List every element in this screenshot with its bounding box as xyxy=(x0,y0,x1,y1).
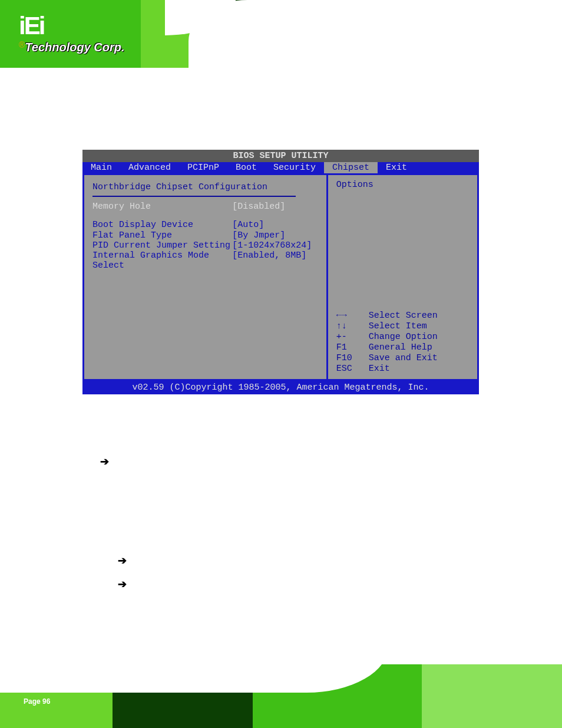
bottom-swoosh xyxy=(0,634,389,693)
bios-setting-row[interactable]: Flat Panel Type[By Jmper] xyxy=(92,230,318,241)
bios-tab-bar[interactable]: MainAdvancedPCIPnPBootSecurityChipsetExi… xyxy=(82,162,479,173)
bios-footer: v02.59 (C)Copyright 1985-2005, American … xyxy=(82,381,479,394)
bios-window: BIOS SETUP UTILITY MainAdvancedPCIPnPBoo… xyxy=(82,150,479,394)
bios-key-desc: General Help xyxy=(369,342,432,353)
bios-key-desc: Select Screen xyxy=(369,311,438,321)
bios-right-panel: Options ←→Select Screen↑↓Select Item+-Ch… xyxy=(328,175,477,379)
bios-key-desc: Exit xyxy=(369,364,390,374)
bios-key-desc: Change Option xyxy=(369,332,438,342)
arrow-icon: ➔ xyxy=(100,455,113,468)
spacer xyxy=(92,212,318,220)
option-default: (Default) xyxy=(167,556,199,566)
bios-setting-label: PID Current Jumper Setting xyxy=(92,241,232,251)
bios-key-hint: ←→Select Screen xyxy=(336,311,469,321)
bios-title: BIOS SETUP UTILITY xyxy=(82,150,479,162)
bios-setting-value: [Enabled, 8MB] xyxy=(232,251,306,271)
bios-setting-value: [1-1024x768x24] xyxy=(232,241,312,251)
top-decorative-banner: iEi ®Technology Corp. xyxy=(0,0,562,68)
bios-tab-boot[interactable]: Boot xyxy=(227,162,265,173)
bios-key: +- xyxy=(336,332,369,342)
bios-panel-heading: Northbridge Chipset Configuration xyxy=(92,180,296,197)
bios-setting-label: Memory Hole xyxy=(92,202,232,212)
bios-tab-chipset[interactable]: Chipset xyxy=(324,162,378,173)
bios-setting-row[interactable]: Boot Display Device[Auto] xyxy=(92,220,318,230)
bios-key-hint: +-Change Option xyxy=(336,332,469,342)
bios-key-desc: Save and Exit xyxy=(369,353,438,364)
bios-key-hint: F1General Help xyxy=(336,342,469,353)
bios-key-desc: Select Item xyxy=(369,321,427,332)
logo-mark: iEi xyxy=(19,12,44,39)
bios-setting-label: Boot Display Device xyxy=(92,220,232,230)
bios-key-hint: ↑↓Select Item xyxy=(336,321,469,332)
figure-caption: BIOS Menu 17: Northbridge Chipset Config… xyxy=(82,424,293,434)
page-number: Page 96 xyxy=(24,697,50,706)
option-desc: Memory is not reserved xyxy=(201,556,287,566)
bios-tab-main[interactable]: Main xyxy=(82,162,120,173)
bios-left-panel: Northbridge Chipset Configuration Memory… xyxy=(84,175,328,379)
option-name: Disabled xyxy=(133,556,165,566)
top-swoosh xyxy=(189,0,562,68)
bios-setting-row[interactable]: Memory Hole[Disabled] xyxy=(92,202,318,212)
bios-key: ESC xyxy=(336,364,369,374)
bios-setting-value: [Auto] xyxy=(232,220,264,230)
arrow-item-memory-hole: ➔ Memory Hole [Disabled] xyxy=(100,455,216,468)
logo-registered-mark: ® xyxy=(19,40,25,50)
bios-setting-value: [Disabled] xyxy=(232,202,285,212)
bios-body: Northbridge Chipset Configuration Memory… xyxy=(82,173,479,381)
bios-tab-security[interactable]: Security xyxy=(265,162,324,173)
bios-tab-pcipnp[interactable]: PCIPnP xyxy=(179,162,227,173)
bios-key: F10 xyxy=(336,353,369,364)
bios-tab-exit[interactable]: Exit xyxy=(378,162,415,173)
bios-key: ↑↓ xyxy=(336,321,369,332)
option-desc: 15 MB–16 MB of memory reserved for ISA e… xyxy=(181,580,399,589)
logo: iEi ®Technology Corp. xyxy=(19,12,125,54)
bios-keys-legend: ←→Select Screen↑↓Select Item+-Change Opt… xyxy=(336,311,469,374)
bios-setting-label: Internal Graphics Mode Select xyxy=(92,251,232,271)
logo-text: Technology Corp. xyxy=(25,41,124,54)
arrow-icon: ➔ xyxy=(118,578,131,591)
bios-key: ←→ xyxy=(336,311,369,321)
bios-key-hint: F10Save and Exit xyxy=(336,353,469,364)
bios-setting-label: Flat Panel Type xyxy=(92,230,232,241)
bios-key-hint: ESCExit xyxy=(336,364,469,374)
bios-setting-row[interactable]: PID Current Jumper Setting[1-1024x768x24… xyxy=(92,241,318,251)
bios-setting-row[interactable]: Internal Graphics Mode Select[Enabled, 8… xyxy=(92,251,318,271)
option-disabled-line: ➔ Disabled (Default) Memory is not reser… xyxy=(118,554,287,567)
paragraph-memory-hole: The Memory Hole option reserves the 15 M… xyxy=(100,483,477,502)
option-name: 15MB-16MB xyxy=(133,580,179,589)
bios-options-heading: Options xyxy=(336,180,469,190)
arrow-icon: ➔ xyxy=(118,554,131,567)
arrow-label: Memory Hole [Disabled] xyxy=(115,457,216,467)
bios-tab-advanced[interactable]: Advanced xyxy=(120,162,179,173)
bios-setting-value: [By Jmper] xyxy=(232,230,285,241)
option-15mb-line: ➔ 15MB-16MB 15 MB–16 MB of memory reserv… xyxy=(118,578,398,591)
bios-key: F1 xyxy=(336,342,369,353)
